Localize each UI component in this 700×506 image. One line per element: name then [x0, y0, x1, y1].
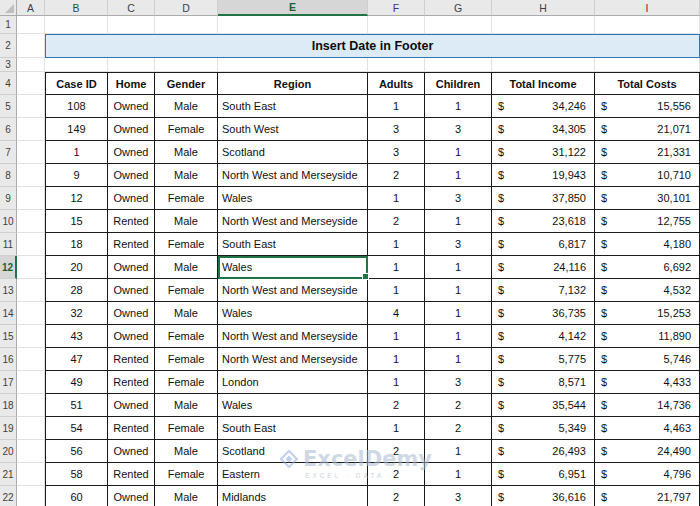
cell-region[interactable]: Scotland	[218, 440, 368, 463]
cell-case_id[interactable]: 28	[45, 279, 108, 302]
cell-case_id[interactable]: 15	[45, 210, 108, 233]
cell-children[interactable]: 3	[425, 233, 492, 256]
cell-gender[interactable]: Male	[155, 302, 218, 325]
cell-children[interactable]: 1	[425, 348, 492, 371]
cell-children[interactable]: 1	[425, 164, 492, 187]
cell-children[interactable]: 1	[425, 463, 492, 486]
cell-adults[interactable]: 2	[368, 440, 425, 463]
cell-income[interactable]: $24,116	[492, 256, 595, 279]
cell-costs[interactable]: $5,746	[595, 348, 700, 371]
cell-costs[interactable]: $21,331	[595, 141, 700, 164]
cell-home[interactable]: Rented	[108, 348, 155, 371]
row-header-5[interactable]: 5	[0, 95, 17, 118]
table-header-3[interactable]: Region	[218, 72, 368, 95]
cell-costs[interactable]: $21,071	[595, 118, 700, 141]
cell[interactable]	[218, 58, 368, 72]
cell-income[interactable]: $31,122	[492, 141, 595, 164]
column-header-D[interactable]: D	[155, 0, 218, 16]
cell-adults[interactable]: 1	[368, 279, 425, 302]
cell-income[interactable]: $34,305	[492, 118, 595, 141]
row-header-2[interactable]: 2	[0, 34, 17, 58]
cell-A5[interactable]	[17, 95, 45, 118]
cell-region[interactable]: South East	[218, 233, 368, 256]
table-header-5[interactable]: Children	[425, 72, 492, 95]
row-header-10[interactable]: 10	[0, 210, 17, 233]
cell-A11[interactable]	[17, 233, 45, 256]
column-header-C[interactable]: C	[108, 0, 155, 16]
cell-adults[interactable]: 1	[368, 95, 425, 118]
cell-region[interactable]: Eastern	[218, 463, 368, 486]
cell[interactable]	[218, 16, 368, 34]
cell-children[interactable]: 1	[425, 440, 492, 463]
cell-case_id[interactable]: 149	[45, 118, 108, 141]
cell-costs[interactable]: $6,692	[595, 256, 700, 279]
cell-case_id[interactable]: 56	[45, 440, 108, 463]
cell-gender[interactable]: Male	[155, 394, 218, 417]
row-header-8[interactable]: 8	[0, 164, 17, 187]
cell-adults[interactable]: 2	[368, 210, 425, 233]
row-header-21[interactable]: 21	[0, 463, 17, 486]
cell-region[interactable]: Wales	[218, 187, 368, 210]
cell-children[interactable]: 2	[425, 394, 492, 417]
cell-A2[interactable]	[17, 34, 45, 58]
cell-children[interactable]: 1	[425, 210, 492, 233]
cell[interactable]	[368, 16, 425, 34]
table-header-0[interactable]: Case ID	[45, 72, 108, 95]
cell-gender[interactable]: Male	[155, 440, 218, 463]
cell-home[interactable]: Owned	[108, 95, 155, 118]
cell-home[interactable]: Rented	[108, 417, 155, 440]
cell[interactable]	[368, 58, 425, 72]
cell-home[interactable]: Owned	[108, 141, 155, 164]
cell[interactable]	[425, 16, 492, 34]
cell-A14[interactable]	[17, 302, 45, 325]
cell-costs[interactable]: $10,710	[595, 164, 700, 187]
selected-cell[interactable]: Wales	[218, 256, 368, 279]
cell[interactable]	[45, 58, 108, 72]
cell-A16[interactable]	[17, 348, 45, 371]
cell-A12[interactable]	[17, 256, 45, 279]
cell-case_id[interactable]: 47	[45, 348, 108, 371]
cell[interactable]	[595, 16, 700, 34]
cell-income[interactable]: $35,544	[492, 394, 595, 417]
cell-home[interactable]: Owned	[108, 325, 155, 348]
cell-adults[interactable]: 4	[368, 302, 425, 325]
cell-income[interactable]: $26,493	[492, 440, 595, 463]
cell-gender[interactable]: Female	[155, 348, 218, 371]
row-header-1[interactable]: 1	[0, 16, 17, 34]
cell-gender[interactable]: Male	[155, 141, 218, 164]
row-header-9[interactable]: 9	[0, 187, 17, 210]
cell-home[interactable]: Owned	[108, 164, 155, 187]
cell-children[interactable]: 3	[425, 486, 492, 506]
cell-A1[interactable]	[17, 16, 45, 34]
cell-gender[interactable]: Female	[155, 187, 218, 210]
cell-home[interactable]: Owned	[108, 187, 155, 210]
cell-costs[interactable]: $14,736	[595, 394, 700, 417]
cell-children[interactable]: 1	[425, 279, 492, 302]
cell[interactable]	[45, 16, 108, 34]
cell-income[interactable]: $19,943	[492, 164, 595, 187]
cell-A18[interactable]	[17, 394, 45, 417]
row-header-11[interactable]: 11	[0, 233, 17, 256]
cell-children[interactable]: 3	[425, 118, 492, 141]
table-header-1[interactable]: Home	[108, 72, 155, 95]
table-header-4[interactable]: Adults	[368, 72, 425, 95]
cell-adults[interactable]: 1	[368, 187, 425, 210]
cell-income[interactable]: $37,850	[492, 187, 595, 210]
cell-gender[interactable]: Female	[155, 325, 218, 348]
cell-costs[interactable]: $4,180	[595, 233, 700, 256]
cell-gender[interactable]: Female	[155, 118, 218, 141]
cell-A20[interactable]	[17, 440, 45, 463]
column-header-E[interactable]: E	[218, 0, 368, 16]
cell-case_id[interactable]: 49	[45, 371, 108, 394]
cell-gender[interactable]: Male	[155, 95, 218, 118]
cell-A17[interactable]	[17, 371, 45, 394]
cell-adults[interactable]: 1	[368, 371, 425, 394]
cell[interactable]	[108, 58, 155, 72]
cell-income[interactable]: $4,142	[492, 325, 595, 348]
cell-region[interactable]: Wales	[218, 302, 368, 325]
cell-costs[interactable]: $4,796	[595, 463, 700, 486]
row-header-17[interactable]: 17	[0, 371, 17, 394]
cell-home[interactable]: Rented	[108, 371, 155, 394]
cell-income[interactable]: $7,132	[492, 279, 595, 302]
cell-costs[interactable]: $12,755	[595, 210, 700, 233]
